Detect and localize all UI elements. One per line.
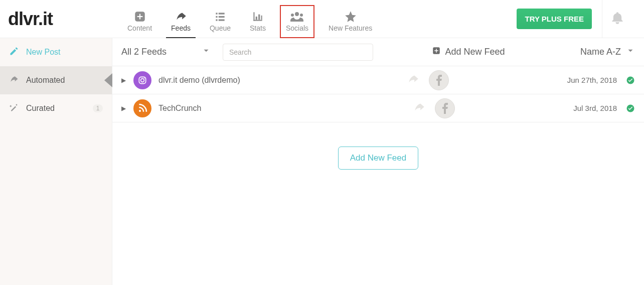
svg-rect-5 [216,16,217,17]
svg-rect-10 [253,20,262,21]
plus-square-icon [133,9,146,24]
svg-rect-19 [435,50,439,51]
logo-right: it [43,9,53,29]
nav-stats-label: Stats [250,24,266,32]
svg-point-14 [295,12,299,16]
share-icon[interactable] [407,73,420,88]
nav-new-features-label: New Features [329,24,372,32]
logo[interactable]: dlvr.it [0,9,112,30]
instagram-avatar-icon [133,71,151,89]
chevron-down-icon [626,46,635,58]
sidebar-curated-badge: 1 [93,104,103,112]
svg-point-24 [139,109,141,111]
sidebar-automated[interactable]: Automated [0,66,112,94]
feeds-filter-dropdown[interactable]: All 2 Feeds [112,46,218,58]
caret-right-icon[interactable]: ▶ [121,105,126,112]
add-new-feed-label: Add New Feed [445,47,505,57]
svg-point-21 [141,78,144,82]
nav-feeds[interactable]: Feeds [166,5,196,38]
svg-point-22 [144,78,145,79]
nav-content-label: Content [127,24,152,32]
users-group-icon [289,9,304,24]
header-right: TRY PLUS FREE [517,0,644,38]
feed-name: TechCrunch [158,104,201,113]
feeds-toolbar: All 2 Feeds Add New Feed Name A-Z [112,38,644,66]
feed-name: dlvr.it demo (dlvrdemo) [158,76,240,85]
nav-tabs: Content Feeds Queue Stats [112,0,377,38]
svg-rect-2 [137,16,142,17]
svg-rect-8 [219,19,225,21]
main: All 2 Feeds Add New Feed Name A-Z [112,38,644,285]
magic-wand-icon [9,102,19,114]
header: dlvr.it Content Feeds Queue [0,0,644,38]
plus-square-icon [432,46,441,58]
status-ok-icon [626,104,635,113]
feed-row[interactable]: ▶ TechCrunch Jul 3rd, 2018 [112,94,644,122]
feed-row-right: Jul 3rd, 2018 [413,98,635,118]
svg-rect-12 [258,14,260,20]
bell-icon [610,11,624,27]
search-input[interactable] [223,44,373,61]
svg-point-16 [300,14,303,17]
notifications-button[interactable] [602,0,632,38]
search-wrap [218,44,393,61]
feed-date: Jul 3rd, 2018 [573,104,617,112]
logo-text: dlvr.it [8,9,53,30]
pencil-icon [9,46,19,58]
svg-point-15 [291,14,294,17]
rss-avatar-icon [133,99,151,117]
sidebar-new-post[interactable]: New Post [0,38,112,66]
feed-row[interactable]: ▶ dlvr.it demo (dlvrdemo) Jun 27th, 2018 [112,66,644,94]
nav-queue-label: Queue [210,24,231,32]
chevron-down-icon [202,46,218,58]
svg-rect-3 [216,13,217,14]
sidebar-automated-label: Automated [26,76,65,85]
logo-dot: . [38,9,43,29]
status-ok-icon [626,76,635,85]
nav-stats[interactable]: Stats [245,5,271,38]
add-new-feed-button[interactable]: Add New Feed [338,147,418,170]
sidebar: New Post Automated Curated 1 [0,38,112,285]
svg-rect-4 [219,13,225,14]
caret-right-icon[interactable]: ▶ [121,77,126,84]
svg-rect-13 [261,15,262,20]
sidebar-curated-label: Curated [26,104,55,113]
nav-content[interactable]: Content [122,5,157,38]
list-icon [214,9,227,24]
feeds-filter-label: All 2 Feeds [121,47,167,57]
try-plus-button[interactable]: TRY PLUS FREE [517,9,592,29]
feed-date: Jun 27th, 2018 [567,76,617,84]
nav-feeds-label: Feeds [171,24,191,32]
sort-label: Name A-Z [580,47,621,57]
svg-rect-7 [216,19,217,21]
share-arrow-icon [9,74,19,86]
nav-socials[interactable]: Socials [280,5,314,38]
sort-dropdown[interactable]: Name A-Z [544,46,644,58]
bar-chart-icon [251,9,264,24]
svg-rect-9 [253,12,254,21]
sidebar-curated[interactable]: Curated 1 [0,94,112,122]
svg-rect-6 [219,16,225,17]
add-new-feed-link[interactable]: Add New Feed [393,46,544,58]
feed-row-right: Jun 27th, 2018 [407,70,635,90]
share-icon[interactable] [413,101,426,116]
svg-rect-11 [256,17,257,20]
logo-left: dlvr [8,9,38,29]
nav-queue[interactable]: Queue [205,5,236,38]
star-icon [344,9,357,24]
facebook-destination-icon[interactable] [435,98,455,118]
sidebar-new-post-label: New Post [26,48,60,57]
share-arrow-icon [175,9,188,24]
facebook-destination-icon[interactable] [429,70,449,90]
nav-new-features[interactable]: New Features [324,5,377,38]
nav-socials-label: Socials [286,24,308,32]
